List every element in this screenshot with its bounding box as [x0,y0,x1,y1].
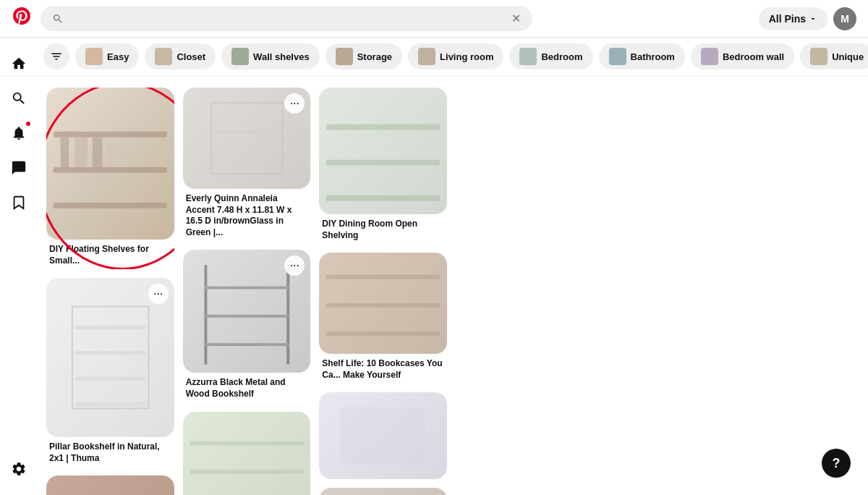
pin-diy-dining-info: DIY Dining Room Open Shelving [319,214,447,244]
pin-everly-info: Everly Quinn Annaleia Accent 7.48 H x 11… [183,189,311,241]
pin-everly-quinn[interactable]: ··· Everly Quinn Annaleia Accent 7.48 H … [183,88,311,241]
main-content: DIY Floating Shelves for Small... ··· [38,76,868,495]
svg-rect-28 [204,315,289,318]
pin-shelf-bottom1-image [46,475,174,495]
pin-diy-floating-title: DIY Floating Shelves for Small... [49,244,171,266]
svg-rect-1 [54,167,167,173]
header-right: All Pins M [759,7,856,30]
filter-bar: Easy Closet Wall shelves Storage Living … [0,38,868,76]
notification-badge [25,120,32,127]
svg-rect-27 [204,287,289,289]
header: diy shelving ideas ✕ All Pins M [0,0,868,38]
svg-rect-29 [204,344,289,347]
filter-unique-thumb [810,48,827,65]
filter-easy-thumb [85,48,103,65]
svg-rect-30 [190,441,303,445]
pin-small-decor-image [319,392,447,479]
sidebar-item-notifications[interactable] [4,119,33,148]
filter-living-room-thumb [418,48,435,65]
chevron-down-icon [809,14,817,23]
pin-diy-floating-shelves[interactable]: DIY Floating Shelves for Small... [46,88,174,269]
all-pins-label: All Pins [769,13,806,25]
user-avatar[interactable]: M [833,7,856,30]
pin-pillar-bookshelf[interactable]: ··· Pillar Bookshelf in Natural, 2x1 | T… [46,278,174,467]
pin-small-decor[interactable] [319,392,447,479]
pin-shelf-life-image [319,253,447,354]
search-input[interactable]: diy shelving ideas [69,12,506,25]
pin-bookshelf-image [319,488,447,495]
svg-rect-10 [75,377,145,381]
help-button[interactable]: ? [822,449,851,478]
help-icon: ? [833,456,841,471]
filter-options-button[interactable] [43,43,69,69]
svg-rect-23 [211,103,282,174]
pin-azzurra[interactable]: ··· Azzurra Black Metal and Wood Bookshe… [183,250,311,402]
filter-bedroom-label: Bedroom [541,51,582,62]
filter-closet-label: Closet [176,51,205,62]
pins-grid: DIY Floating Shelves for Small... ··· [46,88,856,495]
filter-living-room[interactable]: Living room [408,43,503,69]
svg-rect-46 [326,160,440,166]
filter-easy[interactable]: Easy [75,43,139,69]
pin-diy-dining-image [319,88,447,214]
svg-rect-47 [326,195,440,201]
sidebar [0,38,38,495]
svg-rect-25 [204,266,207,365]
sidebar-item-messages[interactable] [4,153,33,182]
svg-rect-2 [54,203,167,208]
filter-wall-shelves-label: Wall shelves [253,51,310,62]
pin-pillar-title: Pillar Bookshelf in Natural, 2x1 | Thuma [49,441,171,464]
svg-rect-26 [286,266,289,365]
pin-pillar-info: Pillar Bookshelf in Natural, 2x1 | Thuma [46,437,174,467]
filter-bathroom[interactable]: Bathroom [599,43,685,69]
svg-rect-48 [326,275,440,279]
search-bar[interactable]: diy shelving ideas ✕ [41,6,532,31]
pin-everly-title: Everly Quinn Annaleia Accent 7.48 H x 11… [186,193,308,238]
svg-rect-9 [75,351,145,355]
pin-shelf-life-info: Shelf Life: 10 Bookcases You Ca... Make … [319,354,447,384]
filter-storage[interactable]: Storage [326,43,402,69]
pinterest-logo[interactable] [12,6,32,31]
pin-column-5: DIY Dining Room Open Shelving Shelf Life… [319,88,447,495]
filter-bedroom-wall-thumb [701,48,718,65]
filter-closet-thumb [155,48,172,65]
pin-diy-floating-image [46,88,174,240]
sidebar-item-saved[interactable] [4,188,33,217]
pin-pillar-more-btn[interactable]: ··· [148,284,169,304]
filter-closet[interactable]: Closet [145,43,216,69]
pin-shelf-bottom2[interactable] [183,412,311,495]
filter-easy-label: Easy [107,51,129,62]
filter-unique[interactable]: Unique [800,43,868,69]
svg-rect-51 [341,407,426,465]
pin-column-1: DIY Floating Shelves for Small... ··· [46,88,174,495]
svg-rect-4 [75,138,88,167]
sidebar-item-home[interactable] [4,49,33,78]
pin-bookshelf-big[interactable] [319,488,447,495]
filter-bedroom-wall[interactable]: Bedroom wall [691,43,794,69]
svg-rect-31 [190,470,303,474]
search-clear-icon[interactable]: ✕ [511,12,521,25]
svg-rect-50 [326,331,440,336]
pin-shelf-bottom1[interactable] [46,475,174,495]
filter-bathroom-thumb [609,48,626,65]
filter-wall-shelves[interactable]: Wall shelves [221,43,320,69]
pin-azzurra-title: Azzurra Black Metal and Wood Bookshelf [186,377,308,399]
svg-rect-49 [326,303,440,308]
search-icon [52,13,64,25]
sidebar-item-explore[interactable] [4,84,33,113]
pin-diy-dining[interactable]: DIY Dining Room Open Shelving [319,88,447,244]
filter-storage-label: Storage [357,51,392,62]
all-pins-button[interactable]: All Pins [759,7,827,30]
svg-rect-45 [326,124,440,130]
svg-rect-24 [211,131,282,134]
pin-azzurra-info: Azzurra Black Metal and Wood Bookshelf [183,373,311,402]
svg-rect-5 [93,138,103,167]
svg-rect-0 [54,132,167,138]
filter-storage-thumb [336,48,353,65]
filter-bedroom-wall-label: Bedroom wall [723,51,784,62]
filter-bedroom[interactable]: Bedroom [509,43,592,69]
pin-shelf-life[interactable]: Shelf Life: 10 Bookcases You Ca... Make … [319,253,447,384]
sidebar-item-settings[interactable] [4,454,33,483]
filter-wall-shelves-thumb [231,48,249,65]
filter-living-room-label: Living room [440,51,493,62]
